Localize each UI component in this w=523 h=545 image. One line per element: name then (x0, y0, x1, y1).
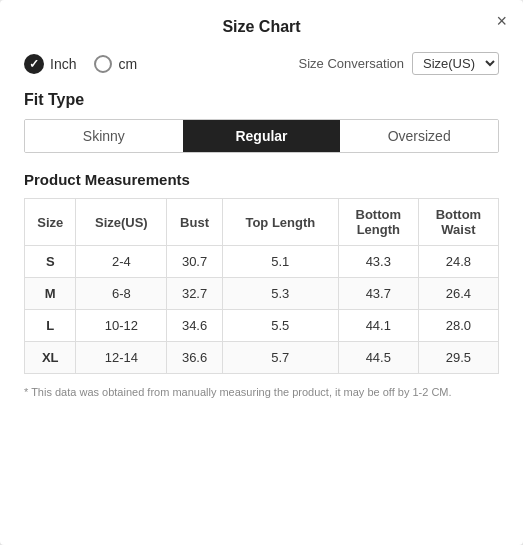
size-chart-modal: Size Chart × Inch cm Size Conversation S… (0, 0, 523, 545)
tab-skinny[interactable]: Skinny (25, 120, 183, 152)
table-cell: 5.5 (222, 310, 338, 342)
cm-radio (94, 55, 112, 73)
table-cell: 29.5 (418, 342, 498, 374)
product-measurements-label: Product Measurements (24, 171, 499, 188)
fit-type-tabs: Skinny Regular Oversized (24, 119, 499, 153)
table-cell: 12-14 (76, 342, 167, 374)
table-row: M6-832.75.343.726.4 (25, 278, 499, 310)
modal-title: Size Chart (24, 18, 499, 36)
size-conversation-select[interactable]: Size(US) Size(EU) Size(UK) (412, 52, 499, 75)
col-top-length: Top Length (222, 199, 338, 246)
table-cell: 44.1 (338, 310, 418, 342)
table-cell: 2-4 (76, 246, 167, 278)
table-cell: 5.3 (222, 278, 338, 310)
table-cell: 43.3 (338, 246, 418, 278)
inch-label: Inch (50, 56, 76, 72)
table-cell: 5.7 (222, 342, 338, 374)
measurements-table: Size Size(US) Bust Top Length BottomLeng… (24, 198, 499, 374)
table-cell: 30.7 (167, 246, 223, 278)
table-row: S2-430.75.143.324.8 (25, 246, 499, 278)
unit-options: Inch cm (24, 54, 137, 74)
table-cell: 6-8 (76, 278, 167, 310)
table-row: XL12-1436.65.744.529.5 (25, 342, 499, 374)
fit-type-label: Fit Type (24, 91, 499, 109)
table-cell: 44.5 (338, 342, 418, 374)
table-cell: 28.0 (418, 310, 498, 342)
inch-radio-checked (24, 54, 44, 74)
tab-oversized[interactable]: Oversized (340, 120, 498, 152)
cm-label: cm (118, 56, 137, 72)
table-cell: 43.7 (338, 278, 418, 310)
cm-option[interactable]: cm (94, 55, 137, 73)
table-cell: M (25, 278, 76, 310)
col-bust: Bust (167, 199, 223, 246)
tab-regular[interactable]: Regular (183, 120, 341, 152)
table-cell: 24.8 (418, 246, 498, 278)
inch-option[interactable]: Inch (24, 54, 76, 74)
unit-row: Inch cm Size Conversation Size(US) Size(… (24, 52, 499, 75)
table-cell: 34.6 (167, 310, 223, 342)
col-bottom-waist: BottomWaist (418, 199, 498, 246)
table-cell: L (25, 310, 76, 342)
table-cell: 36.6 (167, 342, 223, 374)
col-bottom-length: BottomLength (338, 199, 418, 246)
col-size: Size (25, 199, 76, 246)
close-button[interactable]: × (496, 12, 507, 30)
col-size-us: Size(US) (76, 199, 167, 246)
footnote: * This data was obtained from manually m… (24, 386, 499, 398)
table-cell: 10-12 (76, 310, 167, 342)
table-cell: 5.1 (222, 246, 338, 278)
table-cell: 26.4 (418, 278, 498, 310)
table-cell: XL (25, 342, 76, 374)
size-conversation-label: Size Conversation (299, 56, 405, 71)
size-conversation: Size Conversation Size(US) Size(EU) Size… (299, 52, 500, 75)
table-cell: S (25, 246, 76, 278)
table-row: L10-1234.65.544.128.0 (25, 310, 499, 342)
table-cell: 32.7 (167, 278, 223, 310)
